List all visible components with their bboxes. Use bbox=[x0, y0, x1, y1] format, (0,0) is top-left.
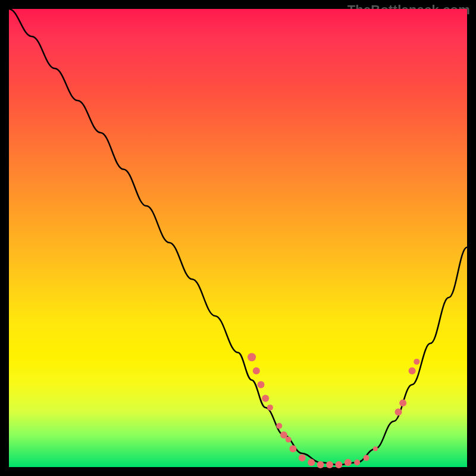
data-point bbox=[258, 381, 265, 388]
data-point bbox=[399, 399, 406, 406]
curve-svg bbox=[9, 9, 467, 467]
data-point bbox=[267, 405, 273, 411]
data-point bbox=[409, 367, 416, 374]
data-point bbox=[326, 461, 333, 468]
chart-container: TheBottleneck.com bbox=[0, 0, 476, 476]
data-point bbox=[253, 367, 260, 374]
data-point bbox=[289, 445, 296, 452]
data-point bbox=[276, 423, 282, 429]
data-point bbox=[414, 359, 419, 365]
data-point bbox=[335, 461, 342, 468]
scatter-points-group bbox=[248, 353, 419, 468]
data-point bbox=[248, 353, 256, 361]
data-point bbox=[299, 455, 306, 462]
bottleneck-curve bbox=[9, 9, 467, 465]
data-point bbox=[354, 459, 360, 465]
plot-area bbox=[9, 9, 467, 467]
data-point bbox=[345, 459, 352, 466]
data-point bbox=[262, 395, 269, 402]
data-point bbox=[364, 455, 369, 461]
data-point bbox=[286, 437, 292, 443]
data-point bbox=[308, 459, 315, 466]
data-point bbox=[373, 446, 378, 451]
data-point bbox=[395, 409, 402, 416]
data-point bbox=[317, 461, 324, 468]
